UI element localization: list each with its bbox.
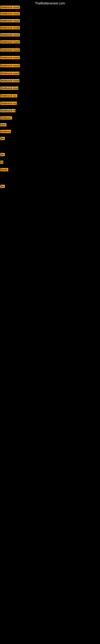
- bottleneck-result-label: Bottleneck result: [0, 72, 19, 75]
- bottleneck-result-label: B: [0, 160, 3, 164]
- bottleneck-result-label: Bottleneck result: [0, 79, 19, 82]
- bottleneck-result-label: Bo: [0, 153, 5, 156]
- bottleneck-result-label: Bottlenec: [0, 116, 12, 120]
- bottleneck-result-label: Bo: [0, 185, 5, 188]
- bottleneck-result-label: Bottlene: [0, 130, 11, 133]
- bottleneck-result-label: Bo: [0, 137, 5, 140]
- bottleneck-result-label: Bottleneck result: [0, 33, 20, 36]
- bottleneck-result-label: Bottleneck re: [0, 109, 15, 112]
- bottleneck-result-label: Bottleneck result: [0, 26, 20, 30]
- bottleneck-result-label: Bottleneck res: [0, 94, 17, 98]
- bottleneck-result-label: Bottleneck result: [0, 12, 20, 15]
- bottleneck-result-label: Bottleneck result: [0, 64, 20, 67]
- bottleneck-result-label: Bottleneck res: [0, 102, 17, 105]
- bottleneck-result-label: Bottleneck result: [0, 19, 20, 22]
- bottleneck-result-label: Bottle: [0, 168, 8, 171]
- bottleneck-result-label: Bottleneck result: [0, 56, 20, 59]
- bottleneck-result-label: Bottleneck result: [0, 48, 20, 52]
- bottleneck-result-label: Bottleneck result: [0, 40, 20, 44]
- bottleneck-result-label: Bottleneck result: [0, 6, 20, 9]
- bottleneck-result-label: Bott: [0, 123, 6, 126]
- bottleneck-result-label: Bottleneck result: [0, 86, 18, 90]
